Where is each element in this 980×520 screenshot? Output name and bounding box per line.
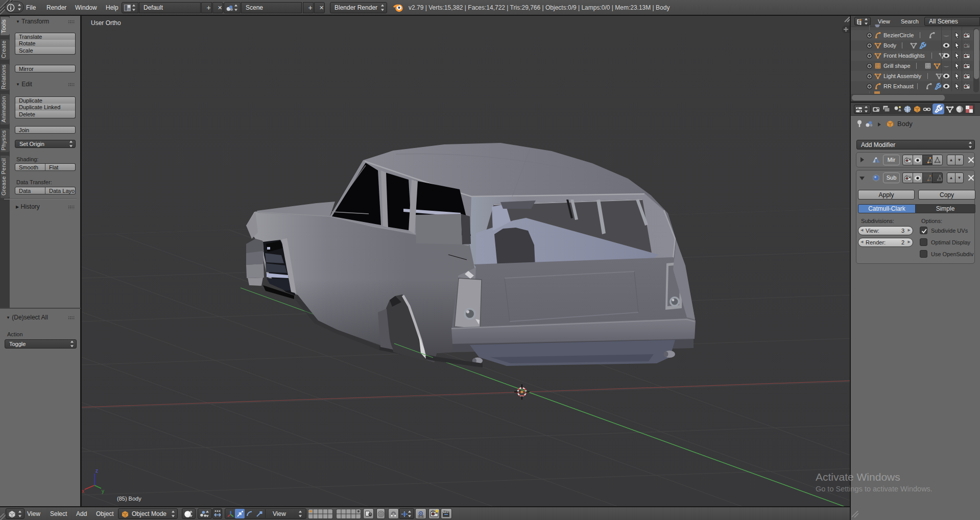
svg-text:z: z (95, 468, 98, 474)
svg-text:y: y (102, 488, 104, 494)
svg-text:x: x (82, 488, 84, 494)
